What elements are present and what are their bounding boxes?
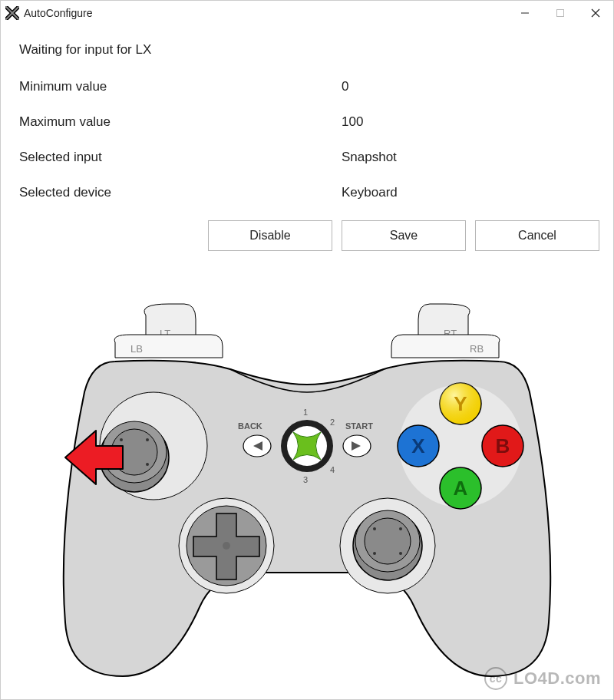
svg-point-9 [146,463,149,466]
content: Waiting for input for LX Minimum value 0… [1,25,613,251]
x-button: X [398,425,439,467]
row-selected-device: Selected device Keyboard [19,185,595,200]
back-label: BACK [238,421,262,431]
guide-n4: 4 [330,465,335,474]
svg-point-6 [120,438,123,441]
svg-text:X: X [411,434,425,457]
start-label: START [345,421,373,431]
back-button [243,435,271,457]
max-label: Maximum value [19,114,342,130]
status-line: Waiting for input for LX [19,42,595,58]
min-value: 0 [342,79,348,94]
watermark-text: LO4D.com [513,669,601,688]
watermark: cc LO4D.com [484,667,601,690]
cc-icon: cc [484,667,507,690]
svg-text:B: B [496,434,510,457]
svg-point-14 [365,518,411,564]
guide-n3: 3 [303,475,308,484]
status-prefix: Waiting for input for [19,42,136,57]
y-button: Y [440,383,481,424]
selected-device-label: Selected device [19,185,342,200]
right-stick [353,510,422,580]
svg-point-17 [373,552,376,555]
b-button: B [482,425,523,467]
controller-diagram: LT RT LB RB [1,300,613,699]
maximize-button[interactable] [543,1,578,25]
guide-n2: 2 [330,418,335,427]
svg-text:Y: Y [454,392,467,415]
row-min: Minimum value 0 [19,79,595,94]
svg-point-16 [399,527,402,530]
app-icon [5,6,19,20]
svg-rect-2 [557,10,564,17]
button-row: Disable Save Cancel [19,220,599,251]
status-axis: LX [136,42,152,57]
row-max: Maximum value 100 [19,114,595,130]
window-title: AutoConfigure [24,7,93,19]
a-button: A [440,467,481,509]
selected-input-label: Selected input [19,150,342,165]
guide-button [281,420,333,472]
row-selected-input: Selected input Snapshot [19,150,595,165]
rb-label: RB [470,343,484,355]
titlebar: AutoConfigure [1,1,613,25]
svg-point-15 [373,527,376,530]
lb-bumper: LB [114,335,223,358]
disable-button[interactable]: Disable [208,220,332,251]
rb-bumper: RB [391,335,500,358]
start-button [343,435,371,457]
selected-device-value: Keyboard [342,185,398,200]
lb-label: LB [130,343,143,355]
svg-text:A: A [454,477,468,500]
minimize-button[interactable] [507,1,543,25]
svg-point-18 [399,552,402,555]
window-controls [507,1,613,25]
controller-svg: LT RT LB RB [23,300,591,699]
close-button[interactable] [578,1,613,25]
svg-point-11 [223,542,230,550]
save-button[interactable]: Save [342,220,466,251]
max-value: 100 [342,114,363,130]
cancel-button[interactable]: Cancel [475,220,599,251]
window: AutoConfigure Waiting for input for LX M… [0,0,614,700]
selected-input-value: Snapshot [342,150,397,165]
min-label: Minimum value [19,79,342,94]
guide-n1: 1 [303,408,308,417]
svg-point-7 [146,438,149,441]
